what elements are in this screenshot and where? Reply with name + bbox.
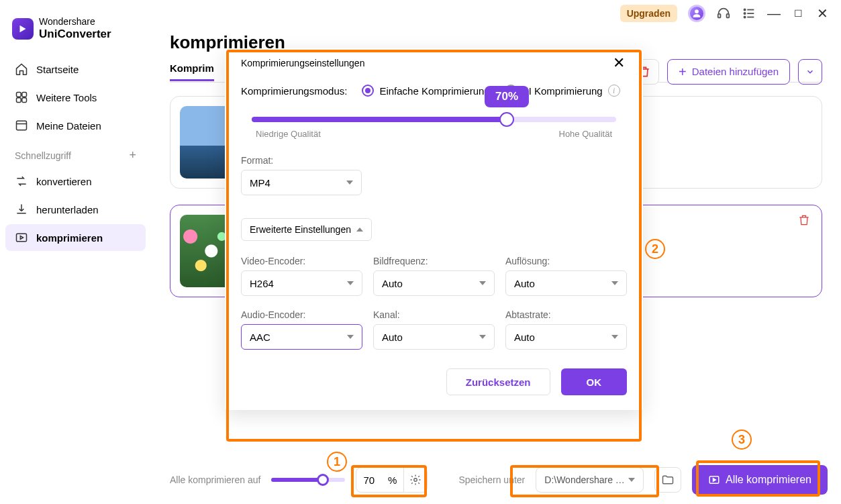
quick-access-add[interactable]: + — [129, 148, 136, 162]
folder-icon — [15, 119, 28, 132]
tools-icon — [15, 91, 28, 104]
footer: Alle komprimieren auf 70 % Speichern unt… — [151, 465, 841, 495]
dialog-title: Komprimierungseinstellungen — [241, 58, 364, 68]
svg-point-16 — [414, 478, 417, 482]
nav-weitere-tools[interactable]: Weitere Tools — [5, 84, 146, 111]
svg-rect-1 — [727, 14, 730, 17]
video-encoder-select[interactable]: H264 — [241, 270, 362, 296]
format-select[interactable]: MP4 — [241, 170, 362, 195]
chevron-down-icon — [479, 335, 486, 339]
percent-value[interactable]: 70 — [356, 474, 381, 486]
advanced-label: Erweiterte Einstellungen — [250, 224, 351, 235]
chevron-down-icon — [346, 181, 353, 185]
svg-marker-18 — [713, 478, 715, 482]
brand-bottom: UniConverter — [39, 28, 111, 40]
save-path-select[interactable]: D:\Wondershare UniConve — [536, 467, 644, 493]
svg-rect-14 — [17, 234, 27, 242]
nav-meine-dateien[interactable]: Meine Dateien — [5, 112, 146, 139]
kanal-label: Kanal: — [373, 309, 495, 320]
nav-label: Startseite — [36, 64, 79, 75]
mode-simple-label: Einfache Komprimierung — [379, 85, 489, 97]
upgrade-button[interactable]: Upgraden — [620, 5, 677, 22]
quick-konvertieren[interactable]: konvertieren — [5, 168, 146, 195]
aufloesung-value: Auto — [514, 278, 535, 289]
headset-icon[interactable] — [716, 6, 731, 21]
svg-point-6 — [744, 16, 745, 17]
footer-slider-thumb[interactable] — [317, 474, 329, 486]
close-dialog-button[interactable]: ✕ — [611, 55, 627, 71]
format-value: MP4 — [250, 177, 270, 189]
chevron-down-icon — [347, 281, 354, 285]
bildfrequenz-select[interactable]: Auto — [373, 270, 495, 296]
ok-button[interactable]: OK — [561, 368, 628, 395]
window-minimize[interactable]: — — [767, 7, 781, 20]
reset-button[interactable]: Zurücksetzen — [446, 368, 550, 395]
tab-komprimieren[interactable]: Komprim — [170, 62, 214, 81]
svg-rect-11 — [22, 98, 27, 103]
save-path-value: D:\Wondershare UniConve — [544, 474, 628, 485]
mode-label: Komprimierungsmodus: — [241, 85, 347, 97]
percent-box: 70 % — [356, 467, 428, 493]
compress-all-button-label: Alle komprimieren — [726, 474, 811, 486]
radio-icon — [362, 85, 374, 97]
chevron-down-icon — [628, 478, 635, 482]
svg-rect-8 — [17, 93, 21, 97]
convert-icon — [15, 174, 28, 188]
compression-settings-dialog: Komprimierungseinstellungen ✕ Komprimier… — [225, 48, 643, 410]
percent-unit: % — [381, 474, 403, 486]
delete-file-button[interactable] — [797, 213, 811, 230]
window-close[interactable]: ✕ — [815, 7, 829, 20]
home-icon — [15, 62, 28, 76]
kanal-select[interactable]: Auto — [373, 324, 495, 350]
nav-label: Meine Dateien — [36, 120, 101, 132]
svg-point-4 — [744, 13, 745, 14]
quick-komprimieren[interactable]: komprimieren — [5, 224, 146, 251]
chevron-up-icon — [356, 228, 363, 232]
aufloesung-select[interactable]: Auto — [505, 270, 627, 296]
info-icon[interactable]: i — [608, 85, 620, 97]
quick-herunterladen[interactable]: herunterladen — [5, 196, 146, 223]
video-encoder-label: Video-Encoder: — [241, 256, 362, 266]
app-logo: WondershareUniConverter — [5, 9, 146, 54]
nav-startseite[interactable]: Startseite — [5, 56, 146, 83]
svg-rect-10 — [17, 98, 21, 103]
open-folder-button[interactable] — [654, 467, 681, 493]
low-quality-label: Niedrige Qualität — [256, 129, 321, 139]
titlebar: Upgraden — ☐ ✕ — [620, 0, 841, 27]
slider-badge: 70% — [485, 86, 529, 107]
sidebar: WondershareUniConverter Startseite Weite… — [0, 0, 151, 504]
format-label: Format: — [241, 155, 362, 166]
compress-all-label: Alle komprimieren auf — [170, 474, 260, 485]
advanced-settings-toggle[interactable]: Erweiterte Einstellungen — [241, 218, 372, 241]
brand-top: Wondershare — [39, 16, 95, 27]
abtastrate-select[interactable]: Auto — [505, 324, 627, 350]
svg-rect-12 — [17, 121, 27, 130]
slider-thumb[interactable] — [499, 112, 514, 127]
svg-marker-15 — [20, 236, 23, 240]
chevron-down-icon — [479, 281, 486, 285]
mode-ai-label: AI Komprimierung — [522, 85, 603, 97]
nav-label: komprimieren — [36, 232, 103, 244]
mode-simple-radio[interactable]: Einfache Komprimierung — [362, 85, 489, 97]
nav-label: herunterladen — [36, 204, 99, 215]
add-files-label: Dateien hinzufügen — [692, 66, 779, 77]
add-files-button[interactable]: +Dateien hinzufügen — [667, 59, 790, 85]
audio-encoder-select[interactable]: AAC — [241, 324, 362, 350]
add-files-dropdown[interactable] — [798, 59, 822, 85]
window-maximize[interactable]: ☐ — [791, 9, 805, 18]
nav-label: Weitere Tools — [36, 92, 97, 103]
high-quality-label: Hohe Qualität — [559, 129, 613, 139]
compress-icon — [15, 231, 28, 244]
menu-icon[interactable] — [742, 6, 756, 21]
chevron-down-icon — [611, 281, 618, 285]
settings-button[interactable] — [403, 468, 427, 492]
quick-access-label: Schnellzugriff — [15, 150, 71, 161]
account-avatar[interactable] — [688, 5, 705, 22]
compress-all-button[interactable]: Alle komprimieren — [692, 465, 828, 495]
nav-label: konvertieren — [36, 176, 92, 187]
download-icon — [15, 203, 28, 216]
chevron-down-icon — [611, 335, 618, 339]
quality-slider[interactable]: 70% Niedrige Qualität Hohe Qualität — [241, 117, 627, 152]
footer-slider[interactable] — [271, 478, 345, 482]
bildfrequenz-label: Bildfrequenz: — [373, 256, 495, 266]
